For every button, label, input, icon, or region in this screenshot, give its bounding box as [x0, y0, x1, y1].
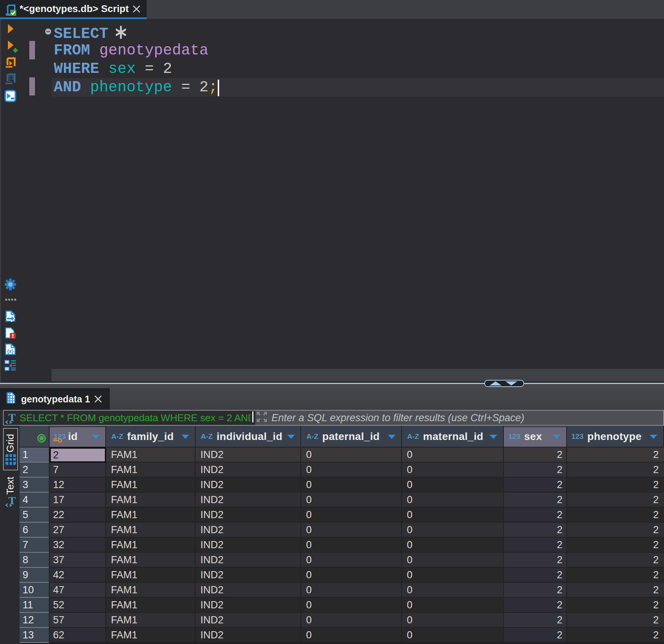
svg-text:{x}: {x} [7, 348, 14, 354]
